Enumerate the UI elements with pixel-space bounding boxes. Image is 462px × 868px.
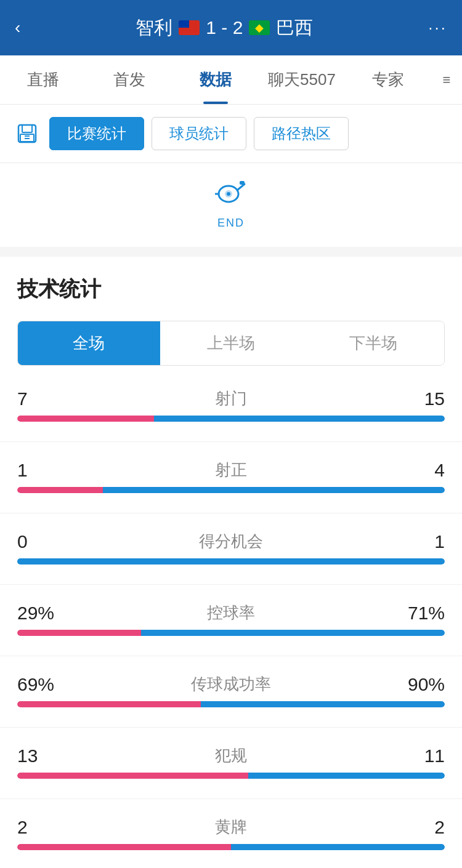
- header: ‹ 智利 1 - 2 巴西 ···: [0, 0, 462, 55]
- stat-right-value: 90%: [395, 674, 445, 695]
- sub-tabs-container: 比赛统计 球员统计 路径热区: [0, 105, 462, 163]
- stat-labels: 13 犯规 11: [17, 745, 445, 766]
- stats-title: 技术统计: [17, 275, 445, 303]
- team1-name: 智利: [136, 15, 172, 41]
- stat-right-value: 71%: [395, 603, 445, 624]
- stat-name: 控球率: [207, 602, 255, 624]
- bar-left: [17, 701, 201, 707]
- match-title: 智利 1 - 2 巴西: [136, 15, 313, 41]
- bar-left: [17, 416, 154, 422]
- stat-name: 犯规: [215, 745, 247, 766]
- more-button[interactable]: ···: [428, 18, 447, 38]
- stat-bar: [17, 487, 445, 493]
- bar-right: [103, 487, 445, 493]
- stat-labels: 0 得分机会 1: [17, 531, 445, 552]
- stat-left-value: 69%: [17, 674, 67, 695]
- svg-rect-1: [22, 125, 32, 132]
- whistle-wrap: END: [215, 178, 247, 230]
- chile-flag: [179, 20, 200, 35]
- bar-right: [248, 773, 445, 779]
- stat-name: 射门: [215, 388, 247, 409]
- stat-divider: [0, 727, 462, 728]
- stat-divider: [0, 584, 462, 585]
- bar-left: [17, 773, 248, 779]
- svg-rect-8: [240, 181, 245, 185]
- stat-right-value: 4: [395, 460, 445, 481]
- stat-row: 13 犯规 11: [17, 745, 445, 779]
- brazil-flag: [249, 20, 270, 35]
- svg-line-7: [237, 184, 245, 190]
- tab-lineup[interactable]: 首发: [86, 55, 172, 104]
- tab-chat[interactable]: 聊天5507: [259, 55, 345, 104]
- match-score: 1 - 2: [206, 17, 243, 38]
- stat-labels: 7 射门 15: [17, 388, 445, 409]
- stat-name: 射正: [215, 459, 247, 481]
- stat-bar: [17, 773, 445, 779]
- team2-name: 巴西: [276, 15, 313, 41]
- end-section: END: [0, 163, 462, 247]
- stat-bar: [17, 701, 445, 707]
- stat-row: 1 射正 4: [17, 459, 445, 493]
- stat-bar: [17, 630, 445, 636]
- sub-tab-heatmap[interactable]: 路径热区: [254, 117, 349, 150]
- bar-right: [154, 416, 445, 422]
- svg-point-10: [227, 192, 230, 196]
- period-selector: 全场 上半场 下半场: [17, 321, 445, 366]
- stat-row: 0 得分机会 1: [17, 531, 445, 565]
- stat-bar: [17, 844, 445, 850]
- stat-left-value: 13: [17, 745, 67, 766]
- stat-bar: [17, 558, 445, 565]
- stat-name: 黄牌: [215, 816, 247, 838]
- bar-right: [201, 701, 445, 707]
- stat-row: 7 射门 15: [17, 388, 445, 422]
- stat-left-value: 2: [17, 817, 67, 838]
- stat-right-value: 15: [395, 388, 445, 409]
- bar-right: [231, 844, 445, 850]
- stat-rows-container: 7 射门 15 1 射正 4 0 得分机会 1 29% 控: [17, 388, 445, 868]
- stat-divider: [0, 513, 462, 513]
- stat-row: 69% 传球成功率 90%: [17, 673, 445, 707]
- stat-left-value: 0: [17, 531, 67, 552]
- main-tabs: 直播 首发 数据 聊天5507 专家 ≡: [0, 55, 462, 105]
- stat-row: 29% 控球率 71%: [17, 602, 445, 636]
- stat-divider: [0, 441, 462, 442]
- stats-section: 技术统计 全场 上半场 下半场 7 射门 15 1 射正 4: [0, 257, 462, 868]
- stat-labels: 2 黄牌 2: [17, 816, 445, 838]
- whistle-icon: [215, 178, 247, 214]
- stat-right-value: 1: [395, 531, 445, 552]
- sub-tab-player-stats[interactable]: 球员统计: [152, 117, 246, 150]
- stat-left-value: 7: [17, 388, 67, 409]
- bar-right: [141, 630, 445, 636]
- stat-left-value: 29%: [17, 603, 67, 624]
- bar-right: [17, 558, 445, 565]
- stat-labels: 69% 传球成功率 90%: [17, 673, 445, 695]
- tab-data[interactable]: 数据: [172, 55, 259, 104]
- bar-left: [17, 844, 231, 850]
- stat-name: 传球成功率: [191, 673, 271, 695]
- stat-bar: [17, 416, 445, 422]
- stat-labels: 1 射正 4: [17, 459, 445, 481]
- stat-labels: 29% 控球率 71%: [17, 602, 445, 624]
- back-button[interactable]: ‹: [15, 18, 20, 38]
- stat-divider: [0, 798, 462, 799]
- period-full[interactable]: 全场: [18, 321, 160, 365]
- stat-left-value: 1: [17, 460, 67, 481]
- tab-expert[interactable]: 专家: [345, 55, 431, 104]
- sub-tab-match-stats[interactable]: 比赛统计: [49, 117, 144, 150]
- stat-row: 2 黄牌 2: [17, 816, 445, 850]
- bar-left: [17, 630, 141, 636]
- period-second-half[interactable]: 下半场: [302, 321, 444, 365]
- tab-live[interactable]: 直播: [0, 55, 86, 104]
- save-icon[interactable]: [12, 119, 42, 148]
- end-label: END: [217, 217, 245, 230]
- period-first-half[interactable]: 上半场: [160, 321, 302, 365]
- stat-divider: [0, 656, 462, 656]
- tabs-more-button[interactable]: ≡: [431, 72, 462, 88]
- stat-right-value: 11: [395, 745, 445, 766]
- stat-right-value: 2: [395, 817, 445, 838]
- stat-name: 得分机会: [199, 531, 263, 552]
- bar-left: [17, 487, 103, 493]
